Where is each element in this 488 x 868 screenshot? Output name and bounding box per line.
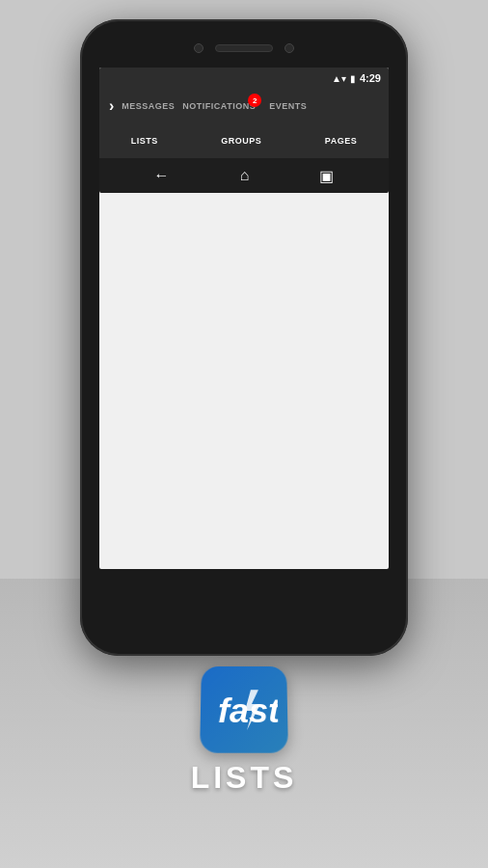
nav-links: MESSAGES NOTIFICATIONS 2 EVENTS [122,101,307,111]
recent-button[interactable]: ▣ [319,167,334,185]
status-bar: ▲▾ ▮ 4:29 [99,68,389,89]
notification-badge: 2 [248,94,261,107]
fast-logo-svg: fast [210,680,279,738]
svg-text:fast: fast [218,692,279,730]
nav-bar: › MESSAGES NOTIFICATIONS 2 EVENTS [99,89,389,123]
phone-screen: ▲▾ ▮ 4:29 › MESSAGES NOTIFICATIONS 2 EVE… [99,68,389,569]
notifications-link[interactable]: NOTIFICATIONS [182,101,256,111]
phone-shell: ▲▾ ▮ 4:29 › MESSAGES NOTIFICATIONS 2 EVE… [80,19,408,656]
speaker [215,44,273,52]
events-link[interactable]: EVENTS [269,101,307,111]
app-title: LISTS [191,760,298,796]
phone-top-bar [80,19,408,68]
battery-icon: ▮ [350,73,356,84]
status-time: 4:29 [360,72,381,84]
wifi-icon: ▲▾ [332,73,346,84]
camera [194,43,203,53]
phone-bottom-nav: ← ⌂ ▣ [99,158,389,193]
tab-pages[interactable]: PAGES [325,136,357,146]
home-button[interactable]: ⌂ [240,167,250,184]
camera-2 [285,43,294,53]
notifications-wrap: NOTIFICATIONS 2 [182,101,261,111]
tab-groups[interactable]: GROUPS [221,136,261,146]
bottom-tabs: LISTS GROUPS PAGES [99,123,389,158]
messages-link[interactable]: MESSAGES [122,101,175,111]
back-chevron-icon[interactable]: › [109,97,114,115]
tab-lists[interactable]: LISTS [131,136,158,146]
phone-physical-bottom [80,569,408,598]
fast-logo: fast [200,666,288,753]
app-logo-area: fast LISTS [191,665,298,796]
back-button[interactable]: ← [154,167,170,184]
